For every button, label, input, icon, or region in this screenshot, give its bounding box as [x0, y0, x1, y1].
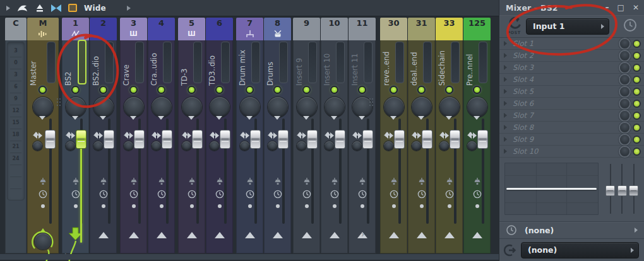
volume-fader[interactable]	[104, 119, 114, 224]
pan-lr-arrows[interactable]	[382, 132, 395, 139]
pan-knob[interactable]	[66, 97, 86, 117]
slot-mix-knob[interactable]	[620, 99, 629, 108]
pan-lr-arrows[interactable]	[122, 132, 135, 139]
pan-knob[interactable]	[439, 97, 460, 117]
latency-clock-icon[interactable]	[187, 189, 197, 199]
slot-expand-arrow[interactable]	[504, 149, 507, 154]
fader-handle[interactable]	[477, 130, 488, 149]
route-to-track-switch[interactable]	[236, 226, 263, 253]
record-arm-dot[interactable]	[132, 204, 136, 208]
hand-swoosh-icon[interactable]	[17, 4, 28, 13]
mixer-track-strip[interactable]: 33 Ш Sidechain	[436, 18, 463, 253]
fader-handle[interactable]	[394, 130, 405, 149]
pan-lr-arrows[interactable]	[64, 132, 77, 139]
pan-lr-arrows[interactable]	[266, 132, 279, 139]
track-name-area[interactable]: BS2..dio	[90, 42, 117, 87]
pan-lr-arrows[interactable]	[295, 132, 308, 139]
stereo-separation-arrows[interactable]	[124, 120, 133, 132]
volume-fader[interactable]	[45, 119, 56, 224]
pan-lr-arrows[interactable]	[208, 132, 221, 139]
track-name-area[interactable]: Cra..udio	[148, 42, 175, 87]
narrow-view-icon[interactable]	[51, 4, 61, 12]
stereo-separation-arrows[interactable]	[182, 120, 191, 132]
record-arm-dot[interactable]	[41, 204, 45, 208]
mute-led[interactable]	[474, 87, 480, 93]
latency-clock-icon[interactable]	[417, 189, 427, 199]
slot-expand-arrow[interactable]	[504, 125, 507, 130]
slot-enable-led[interactable]	[634, 77, 640, 83]
slot-expand-arrow[interactable]	[504, 113, 507, 118]
window-titlebar[interactable]: Mixer - BS2 – □ ✕	[499, 0, 644, 15]
slot-mix-knob[interactable]	[620, 87, 629, 96]
stereo-knob[interactable]	[467, 141, 477, 151]
track-header[interactable]: 125 Ш	[463, 18, 491, 40]
pan-lr-arrows[interactable]	[92, 132, 105, 139]
fader-handle[interactable]	[278, 130, 289, 149]
fader-handle[interactable]	[220, 130, 230, 149]
track-name-area[interactable]: Insert 10	[321, 42, 348, 87]
stereo-knob[interactable]	[352, 141, 362, 151]
fader-handle[interactable]	[250, 130, 261, 149]
output-target-dropdown[interactable]: (none)	[521, 242, 639, 258]
pan-lr-arrows[interactable]	[438, 132, 451, 139]
slot-mix-knob[interactable]	[620, 135, 629, 144]
latency-clock-icon[interactable]	[157, 189, 167, 199]
stereo-knob[interactable]	[268, 141, 277, 151]
pan-lr-arrows[interactable]	[465, 132, 479, 139]
stereo-separation-arrows[interactable]	[152, 120, 161, 132]
slot-enable-led[interactable]	[634, 41, 640, 47]
plugin-lamp-icon[interactable]	[215, 177, 225, 185]
slot-expand-arrow[interactable]	[504, 89, 507, 94]
stereo-separation-arrows[interactable]	[240, 120, 249, 132]
plugin-lamp-icon[interactable]	[187, 177, 197, 185]
route-to-track-switch[interactable]	[62, 226, 89, 253]
slot-enable-led[interactable]	[634, 101, 640, 107]
mute-led[interactable]	[359, 87, 365, 93]
mixer-track-strip[interactable]: 125 Ш Pre..nnel	[463, 18, 491, 253]
track-name-area[interactable]: Master	[27, 42, 59, 87]
track-header[interactable]: 10 Ш	[321, 18, 348, 40]
pan-knob[interactable]	[384, 97, 404, 117]
mixer-track-strip[interactable]: 4 Ш Cra..udio	[148, 18, 175, 253]
plugin-lamp-icon[interactable]	[129, 177, 139, 185]
pan-knob[interactable]	[325, 97, 345, 117]
route-to-track-switch[interactable]	[293, 226, 320, 253]
stereo-knob[interactable]	[33, 141, 42, 151]
mixer-track-strip[interactable]: 1 Ш BS2	[62, 18, 89, 253]
effect-slot[interactable]: Slot 3	[499, 62, 644, 74]
latency-clock-icon[interactable]	[273, 189, 283, 199]
mute-led[interactable]	[189, 87, 194, 93]
mixer-track-strip[interactable]: 5 Ш TD-3	[178, 18, 205, 253]
pan-knob[interactable]	[182, 97, 202, 117]
track-header[interactable]: C	[5, 18, 27, 40]
pan-knob[interactable]	[152, 97, 172, 117]
plugin-lamp-icon[interactable]	[302, 177, 312, 185]
volume-fader[interactable]	[307, 119, 318, 224]
effect-slot[interactable]: Slot 4	[499, 74, 644, 86]
slot-mix-knob[interactable]	[620, 39, 629, 49]
record-arm-dot[interactable]	[218, 204, 222, 208]
slot-expand-arrow[interactable]	[504, 77, 507, 82]
mute-led[interactable]	[73, 87, 78, 93]
mixer-track-strip[interactable]: 10 Ш Insert 10	[321, 18, 348, 253]
record-arm-dot[interactable]	[448, 204, 451, 208]
stereo-separation-arrows[interactable]	[439, 120, 449, 132]
stereo-separation-arrows[interactable]	[325, 120, 334, 132]
record-arm-dot[interactable]	[74, 204, 78, 208]
volume-fader[interactable]	[162, 119, 172, 224]
volume-fader[interactable]	[76, 119, 86, 224]
volume-fader[interactable]	[134, 119, 145, 224]
pan-knob[interactable]	[93, 97, 114, 117]
route-to-track-switch[interactable]	[206, 226, 233, 253]
stereo-knob[interactable]	[152, 141, 161, 151]
stereo-knob[interactable]	[124, 141, 133, 151]
volume-fader[interactable]	[394, 119, 405, 224]
current-track-strip[interactable]: C 303691215182124	[5, 18, 27, 253]
slot-enable-led[interactable]	[634, 53, 640, 59]
track-name-area[interactable]: TD3..dio	[206, 42, 233, 87]
volume-fader[interactable]	[422, 119, 432, 224]
mute-led[interactable]	[158, 87, 164, 93]
latency-clock-icon[interactable]	[98, 189, 109, 199]
slot-enable-led[interactable]	[634, 125, 640, 130]
volume-fader[interactable]	[450, 119, 460, 224]
